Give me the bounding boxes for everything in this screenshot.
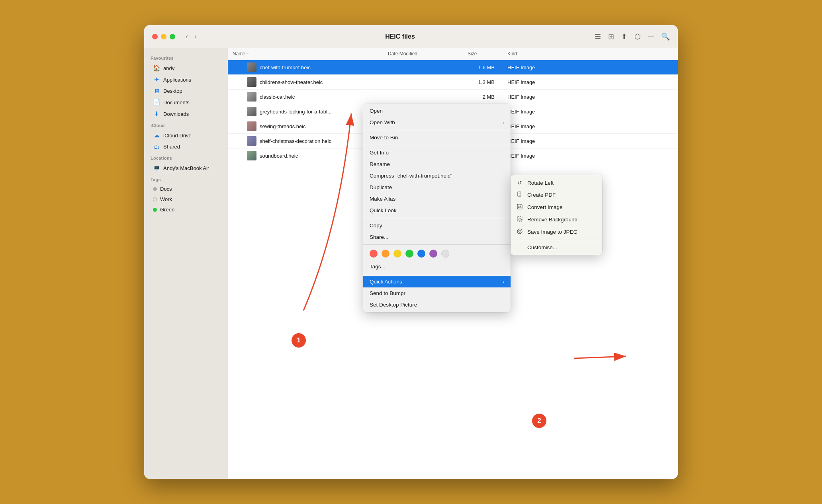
sidebar-item-applications[interactable]: ✈ Applications <box>147 74 225 85</box>
home-icon: 🏠 <box>153 64 160 72</box>
menu-divider <box>363 244 511 245</box>
sidebar-item-desktop[interactable]: 🖥 Desktop <box>147 86 225 96</box>
menu-item-open[interactable]: Open <box>363 105 511 117</box>
file-size: 1.3 MB <box>463 79 503 85</box>
minimize-button[interactable] <box>161 34 166 39</box>
sidebar-item-docs[interactable]: Docs <box>147 184 225 194</box>
col-header-size[interactable]: Size <box>463 51 503 57</box>
file-thumbnail <box>247 92 256 102</box>
tag-icon[interactable]: ⬡ <box>634 32 641 41</box>
tag-dots-row <box>363 246 511 261</box>
col-header-name[interactable]: Name ↑ <box>228 51 383 57</box>
search-icon[interactable]: 🔍 <box>661 32 670 41</box>
menu-item-move-to-bin[interactable]: Move to Bin <box>363 132 511 143</box>
sidebar-item-icloud-label: iCloud Drive <box>163 133 192 139</box>
forward-button[interactable]: › <box>192 31 199 41</box>
tag-yellow[interactable] <box>393 250 401 258</box>
sidebar-item-shared[interactable]: 🗂 Shared <box>147 141 225 152</box>
menu-divider <box>363 145 511 145</box>
file-name-cell: greyhounds-looking-for-a-tabl... <box>228 107 383 116</box>
sidebar-item-applications-label: Applications <box>163 77 191 83</box>
tag-blue[interactable] <box>417 250 425 258</box>
list-view-icon[interactable]: ☰ <box>595 32 601 41</box>
sidebar-item-docs-label: Docs <box>160 186 172 192</box>
sidebar-item-work[interactable]: Work <box>147 194 225 204</box>
file-thumbnail <box>247 63 256 72</box>
file-size: 2 MB <box>463 94 503 100</box>
file-kind: HEIF Image <box>503 109 678 115</box>
badge-1-circle: 1 <box>292 333 306 348</box>
create-pdf-icon <box>516 191 523 198</box>
col-header-date[interactable]: Date Modified <box>383 51 463 57</box>
submenu-item-convert-image[interactable]: Convert Image <box>511 201 602 213</box>
context-menu: Open Open With › Move to Bin Get Info Re… <box>363 104 511 312</box>
file-kind: HEIF Image <box>503 64 678 70</box>
file-kind: HEIF Image <box>503 138 678 144</box>
menu-item-copy[interactable]: Copy <box>363 220 511 231</box>
tag-purple[interactable] <box>429 250 437 258</box>
menu-divider <box>363 274 511 274</box>
menu-item-tags[interactable]: Tags... <box>363 261 511 272</box>
back-button[interactable]: ‹ <box>183 31 190 41</box>
more-icon[interactable]: ··· <box>648 32 654 41</box>
close-button[interactable] <box>152 34 158 39</box>
tag-red[interactable] <box>370 250 378 258</box>
badge-2-circle: 2 <box>532 414 546 428</box>
maximize-button[interactable] <box>170 34 175 39</box>
menu-item-make-alias[interactable]: Make Alias <box>363 193 511 205</box>
file-name-cell: shelf-christmas-decoration.heic <box>228 136 383 146</box>
green-tag-dot <box>153 208 157 212</box>
menu-item-duplicate[interactable]: Duplicate <box>363 182 511 193</box>
macbook-icon: 💻 <box>153 164 160 172</box>
col-header-kind[interactable]: Kind <box>503 51 678 57</box>
menu-item-quick-actions[interactable]: Quick Actions › <box>363 276 511 287</box>
desktop-icon: 🖥 <box>153 88 160 94</box>
svg-point-5 <box>520 205 521 206</box>
menu-item-get-info[interactable]: Get Info <box>363 147 511 158</box>
tag-gray[interactable] <box>441 250 449 258</box>
menu-item-rename[interactable]: Rename <box>363 158 511 170</box>
quick-actions-submenu: ↺ Rotate Left Create PDF <box>511 175 602 255</box>
submenu-arrow: › <box>503 279 504 284</box>
tag-orange[interactable] <box>382 250 389 258</box>
menu-item-open-with[interactable]: Open With › <box>363 117 511 128</box>
menu-item-share[interactable]: Share... <box>363 231 511 243</box>
submenu-item-create-pdf[interactable]: Create PDF <box>511 189 602 201</box>
grid-view-icon[interactable]: ⊞ <box>608 32 614 41</box>
sidebar-item-green[interactable]: Green <box>147 205 225 215</box>
file-row[interactable]: chef-with-trumpet.heic 1.6 MB HEIF Image <box>228 60 678 75</box>
window-title: HEIC files <box>206 33 595 40</box>
menu-item-compress[interactable]: Compress "chef-with-trumpet.heic" <box>363 170 511 182</box>
menu-item-quick-look[interactable]: Quick Look <box>363 205 511 216</box>
submenu-item-rotate-left[interactable]: ↺ Rotate Left <box>511 177 602 189</box>
svg-rect-4 <box>517 204 522 209</box>
file-name-cell: soundboard.heic <box>228 151 383 160</box>
nav-arrows: ‹ › <box>183 31 199 41</box>
convert-image-icon <box>516 204 523 211</box>
submenu-item-customise[interactable]: Customise... <box>511 242 602 253</box>
tag-green[interactable] <box>405 250 413 258</box>
submenu-item-save-jpeg[interactable]: Save Image to JPEG <box>511 226 602 238</box>
sidebar-item-andy[interactable]: 🏠 andy <box>147 63 225 74</box>
sidebar-item-macbook-label: Andy's MacBook Air <box>163 165 209 171</box>
submenu-item-remove-background[interactable]: Remove Background <box>511 213 602 226</box>
sidebar-item-icloud-drive[interactable]: ☁ iCloud Drive <box>147 130 225 141</box>
sidebar-item-documents[interactable]: 📄 Documents <box>147 97 225 108</box>
file-kind: HEIF Image <box>503 123 678 129</box>
file-row[interactable]: childrens-show-theater.heic 1.3 MB HEIF … <box>228 75 678 90</box>
menu-divider <box>363 218 511 218</box>
sidebar-item-andy-label: andy <box>163 65 174 71</box>
menu-item-send-to-bumpr[interactable]: Send to Bumpr <box>363 287 511 299</box>
sidebar-item-macbook[interactable]: 💻 Andy's MacBook Air <box>147 162 225 174</box>
file-name-cell: chef-with-trumpet.heic <box>228 63 383 72</box>
menu-item-set-desktop[interactable]: Set Desktop Picture <box>363 299 511 311</box>
svg-point-7 <box>517 229 522 234</box>
sidebar-item-downloads[interactable]: ⬇ Downloads <box>147 108 225 119</box>
sidebar-item-shared-label: Shared <box>163 144 180 150</box>
file-row[interactable]: classic-car.heic 2 MB HEIF Image <box>228 90 678 104</box>
file-name: chef-with-trumpet.heic <box>260 64 383 70</box>
icloud-label: iCloud <box>144 120 228 129</box>
sort-arrow: ↑ <box>247 52 249 56</box>
file-thumbnail <box>247 151 256 160</box>
share-icon[interactable]: ⬆ <box>621 32 627 41</box>
